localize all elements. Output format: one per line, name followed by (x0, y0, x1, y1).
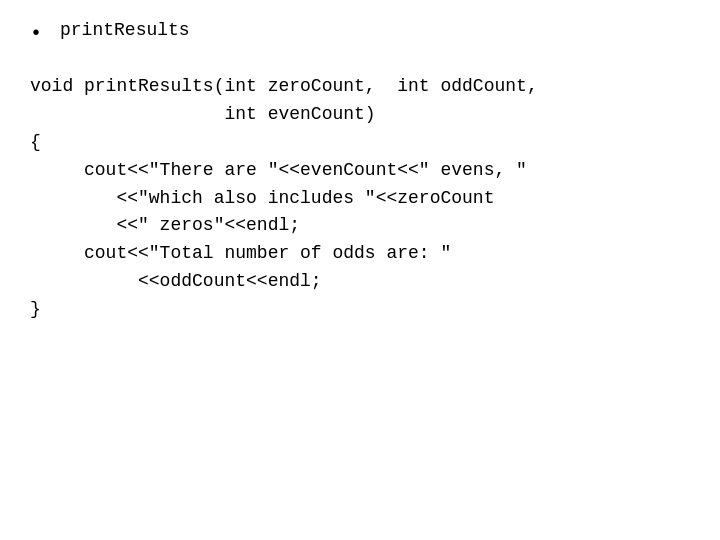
code-line-6: <<" zeros"<<endl; (30, 212, 690, 240)
code-block: void printResults(int zeroCount, int odd… (30, 73, 690, 324)
code-line-2: int evenCount) (30, 101, 690, 129)
bullet-symbol: • (30, 22, 42, 45)
code-line-9: } (30, 296, 690, 324)
code-line-8: <<oddCount<<endl; (30, 268, 690, 296)
bullet-label: printResults (60, 20, 190, 40)
code-line-1: void printResults(int zeroCount, int odd… (30, 73, 690, 101)
bullet-item: • printResults (30, 20, 690, 45)
code-line-3: { (30, 129, 690, 157)
code-line-5: <<"which also includes "<<zeroCount (30, 185, 690, 213)
code-line-7: cout<<"Total number of odds are: " (30, 240, 690, 268)
code-line-4: cout<<"There are "<<evenCount<<" evens, … (30, 157, 690, 185)
